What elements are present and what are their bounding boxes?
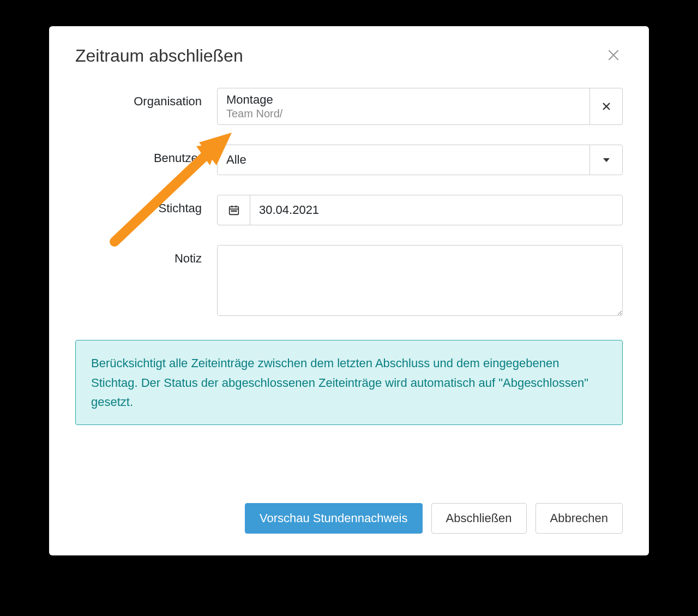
submit-button[interactable]: Abschließen bbox=[431, 503, 527, 534]
label-benutzer: Benutzer bbox=[75, 145, 217, 165]
dialog-header: Zeitraum abschließen bbox=[75, 46, 623, 88]
chevron-down-icon bbox=[603, 158, 610, 162]
preview-button[interactable]: Vorschau Stundennachweis bbox=[245, 503, 423, 534]
svg-point-9 bbox=[233, 211, 234, 212]
benutzer-dropdown-toggle[interactable] bbox=[589, 145, 622, 175]
organisation-clear-button[interactable] bbox=[589, 88, 622, 124]
close-button[interactable] bbox=[604, 46, 623, 67]
cancel-button[interactable]: Abbrechen bbox=[535, 503, 623, 534]
stichtag-input[interactable] bbox=[259, 203, 613, 217]
label-notiz: Notiz bbox=[75, 245, 217, 266]
organisation-subvalue: Team Nord/ bbox=[226, 107, 581, 120]
calendar-icon bbox=[228, 204, 240, 216]
close-period-dialog: Zeitraum abschließen Organisation Montag… bbox=[49, 26, 649, 555]
label-organisation: Organisation bbox=[75, 88, 217, 109]
svg-point-10 bbox=[235, 211, 236, 212]
info-message: Berücksichtigt alle Zeiteinträge zwische… bbox=[75, 340, 623, 425]
row-notiz: Notiz bbox=[75, 245, 623, 318]
organisation-value: Montage bbox=[226, 93, 581, 107]
stichtag-input-group bbox=[217, 195, 623, 225]
dialog-title: Zeitraum abschließen bbox=[75, 46, 243, 66]
clear-icon bbox=[601, 101, 611, 111]
benutzer-value: Alle bbox=[218, 145, 589, 175]
benutzer-select[interactable]: Alle bbox=[217, 145, 623, 175]
close-icon bbox=[606, 48, 621, 62]
row-organisation: Organisation Montage Team Nord/ bbox=[75, 88, 623, 125]
date-picker-button[interactable] bbox=[218, 195, 250, 225]
label-stichtag: Stichtag bbox=[75, 195, 217, 216]
row-benutzer: Benutzer Alle bbox=[75, 145, 623, 175]
dialog-footer: Vorschau Stundennachweis Abschließen Abb… bbox=[75, 481, 623, 534]
organisation-select[interactable]: Montage Team Nord/ bbox=[217, 88, 623, 125]
notiz-textarea[interactable] bbox=[217, 245, 623, 316]
row-stichtag: Stichtag bbox=[75, 195, 623, 225]
svg-point-8 bbox=[231, 211, 232, 212]
